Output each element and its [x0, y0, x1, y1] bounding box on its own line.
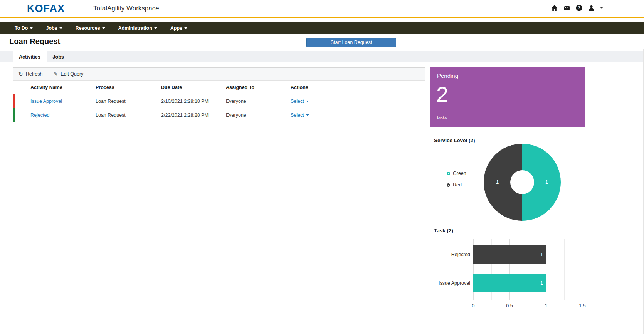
- nav-item-resources[interactable]: Resources: [69, 22, 112, 34]
- tab-activities[interactable]: Activities: [13, 51, 47, 62]
- chevron-down-icon: [59, 27, 62, 29]
- col-process: Process: [96, 85, 161, 90]
- legend-marker-red: [447, 183, 450, 187]
- kofax-logo: KOFAX: [27, 3, 65, 15]
- refresh-icon: ↻: [18, 71, 23, 77]
- dashboard-sidebar: Pending 2 tasks Service Level (2) Green …: [430, 67, 585, 314]
- bar-value-issue-approval: 1: [540, 280, 543, 286]
- col-assigned-to: Assigned To: [226, 85, 291, 90]
- nav-item-apps[interactable]: Apps: [164, 22, 194, 34]
- select-action-dropdown[interactable]: Select: [291, 99, 309, 104]
- activity-link[interactable]: Rejected: [30, 112, 49, 118]
- select-action-label: Select: [291, 99, 304, 104]
- chevron-down-icon: [154, 27, 157, 29]
- bar-rejected: 1: [473, 245, 546, 264]
- sla-indicator-red: [13, 94, 15, 108]
- nav-item-todo[interactable]: To Do: [8, 22, 39, 34]
- pending-count: 2: [436, 84, 448, 105]
- nav-item-administration-label: Administration: [118, 25, 152, 31]
- process-cell: Loan Request: [96, 112, 161, 118]
- workspace-page: KOFAX TotalAgility Workspace ? To Do Job…: [0, 0, 644, 334]
- service-level-chart-title: Service Level (2): [434, 138, 475, 143]
- task-bar-chart: Rejected Issue Approval 1 1 0 0.5 1 1.5: [473, 239, 582, 300]
- select-action-label: Select: [291, 112, 304, 118]
- col-activity-name: Activity Name: [30, 85, 96, 90]
- chevron-down-icon: [306, 114, 309, 116]
- edit-pencil-icon: ✎: [54, 71, 58, 77]
- nav-item-administration[interactable]: Administration: [112, 22, 164, 34]
- bar-category-rejected: Rejected: [432, 252, 470, 257]
- pending-title: Pending: [437, 72, 458, 79]
- help-icon[interactable]: ?: [576, 5, 582, 11]
- x-axis-tick-0: 0: [472, 303, 475, 309]
- refresh-label: Refresh: [26, 71, 43, 77]
- nav-item-apps-label: Apps: [170, 25, 182, 31]
- activities-panel: ↻ Refresh ✎ Edit Query Activity Name Pro…: [13, 67, 425, 313]
- chevron-down-icon: [306, 101, 309, 102]
- task-chart-title: Task (2): [434, 228, 453, 233]
- svg-text:?: ?: [578, 5, 580, 10]
- nav-item-jobs[interactable]: Jobs: [39, 22, 69, 34]
- process-cell: Loan Request: [96, 99, 161, 104]
- pending-subtitle: tasks: [437, 115, 447, 120]
- start-loan-request-button[interactable]: Start Loan Request: [306, 38, 396, 47]
- legend-label-green: Green: [453, 171, 466, 176]
- bar-issue-approval: 1: [473, 274, 546, 292]
- pending-tile[interactable]: Pending 2 tasks: [430, 67, 585, 127]
- bar-category-issue-approval: Issue Approval: [432, 280, 470, 286]
- chevron-down-icon: [102, 27, 105, 29]
- x-axis-tick-15: 1.5: [579, 303, 585, 309]
- col-due-date: Due Date: [161, 85, 226, 90]
- donut-value-red: 1: [496, 179, 499, 185]
- edit-query-label: Edit Query: [61, 71, 83, 77]
- bar-value-rejected: 1: [540, 252, 543, 257]
- app-title: TotalAgility Workspace: [93, 5, 159, 12]
- user-menu-caret-icon[interactable]: [600, 7, 603, 9]
- user-icon[interactable]: [588, 5, 595, 11]
- tab-strip: Activities Jobs: [0, 51, 644, 62]
- table-row: Issue Approval Loan Request 2/10/2021 2:…: [13, 94, 425, 108]
- tab-jobs[interactable]: Jobs: [47, 51, 70, 62]
- legend-item-red[interactable]: Red: [447, 182, 466, 188]
- table-header: Activity Name Process Due Date Assigned …: [13, 81, 425, 94]
- due-date-cell: 2/10/2021 2:28:18 PM: [161, 99, 226, 104]
- top-header: KOFAX TotalAgility Workspace ?: [0, 0, 644, 17]
- mail-icon[interactable]: [563, 5, 570, 11]
- x-axis-tick-05: 0.5: [506, 303, 513, 309]
- chevron-down-icon: [184, 27, 187, 29]
- nav-item-resources-label: Resources: [76, 25, 100, 31]
- assigned-to-cell: Everyone: [226, 112, 291, 118]
- due-date-cell: 2/22/2021 2:28:28 PM: [161, 112, 226, 118]
- donut-legend: Green Red: [447, 171, 466, 188]
- grid-toolbar: ↻ Refresh ✎ Edit Query: [13, 68, 425, 81]
- sla-indicator-green: [13, 108, 15, 122]
- activity-link[interactable]: Issue Approval: [30, 99, 62, 104]
- main-nav: To Do Jobs Resources Administration Apps: [0, 22, 644, 34]
- home-icon[interactable]: [551, 5, 558, 11]
- nav-item-jobs-label: Jobs: [46, 25, 57, 31]
- header-icons: ?: [551, 5, 603, 11]
- donut-value-green: 1: [545, 179, 548, 185]
- nav-item-todo-label: To Do: [15, 25, 28, 31]
- legend-label-red: Red: [453, 182, 462, 188]
- service-level-donut-chart: 1 1: [484, 144, 561, 221]
- table-row: Rejected Loan Request 2/22/2021 2:28:28 …: [13, 108, 425, 122]
- edit-query-button[interactable]: ✎ Edit Query: [54, 71, 84, 77]
- accent-line: [0, 17, 644, 18]
- select-action-dropdown[interactable]: Select: [291, 112, 309, 118]
- legend-marker-green: [447, 172, 450, 175]
- page-title: Loan Request: [9, 37, 60, 46]
- x-axis-tick-1: 1: [545, 303, 548, 309]
- refresh-button[interactable]: ↻ Refresh: [18, 71, 43, 77]
- assigned-to-cell: Everyone: [226, 99, 291, 104]
- chevron-down-icon: [30, 27, 33, 29]
- legend-item-green[interactable]: Green: [447, 171, 466, 176]
- col-actions: Actions: [291, 85, 425, 90]
